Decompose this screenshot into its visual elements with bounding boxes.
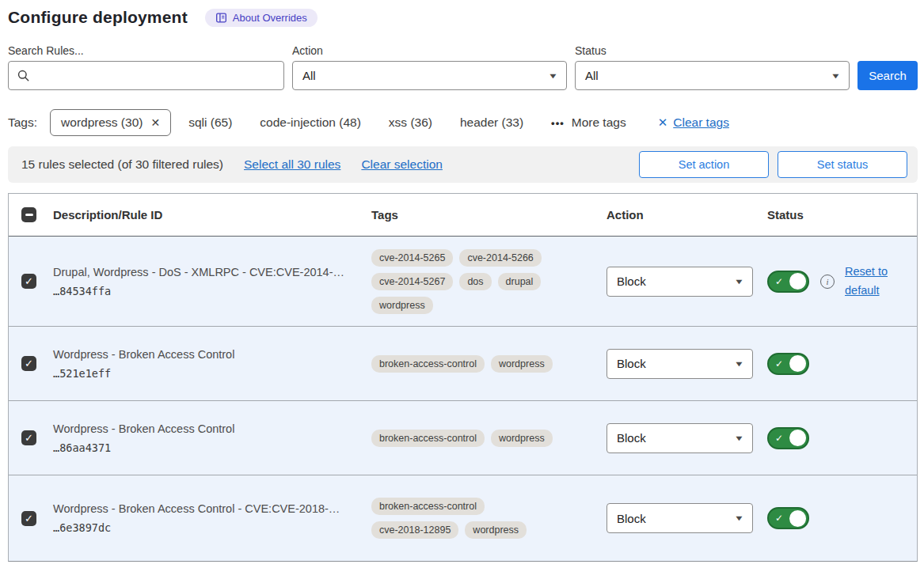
rule-tag: broken-access-control [371, 430, 485, 447]
table-row: ✓ Wordpress - Broken Access Control …86a… [9, 400, 917, 475]
filter-bar: Search Rules... Action All ▼ Status All … [8, 44, 918, 90]
tag-option-xss[interactable]: xss (36) [389, 115, 432, 130]
status-filter-label: Status [575, 44, 850, 57]
tag-option-sqli[interactable]: sqli (65) [188, 115, 232, 130]
row-checkbox[interactable]: ✓ [21, 430, 36, 445]
reset-to-default-link[interactable]: Reset to default [845, 263, 895, 301]
rule-tag: wordpress [465, 521, 527, 539]
ellipsis-icon: ••• [551, 117, 565, 129]
selection-bar: 15 rules selected (of 30 filtered rules)… [8, 146, 918, 183]
clear-selection-link[interactable]: Clear selection [361, 157, 443, 172]
column-header-description: Description/Rule ID [53, 208, 371, 222]
rule-tag: broken-access-control [371, 355, 485, 373]
rule-tag: cve-2014-5266 [459, 249, 541, 267]
search-field: Search Rules... [8, 44, 284, 90]
set-action-button[interactable]: Set action [639, 151, 769, 178]
minus-icon [25, 214, 33, 216]
status-toggle[interactable]: ✓ [767, 427, 809, 449]
rule-description: Wordpress - Broken Access Control - CVE:… [53, 502, 359, 515]
caret-down-icon: ▼ [831, 72, 841, 80]
row-checkbox[interactable]: ✓ [21, 511, 36, 526]
search-input[interactable] [36, 64, 276, 88]
check-icon: ✓ [775, 434, 783, 443]
tag-option-header[interactable]: header (33) [460, 115, 523, 130]
search-rules-label: Search Rules... [8, 44, 284, 57]
status-filter-select[interactable]: All ▼ [575, 61, 850, 90]
rule-action-select[interactable]: Block ▼ [606, 503, 753, 533]
clear-tags-button[interactable]: ✕ Clear tags [658, 115, 729, 130]
caret-down-icon: ▼ [734, 434, 744, 442]
close-icon: ✕ [658, 115, 668, 130]
action-filter-value: All [302, 69, 316, 82]
search-input-box[interactable] [8, 61, 284, 90]
page-header: Configure deployment About Overrides [8, 8, 918, 27]
check-icon: ✓ [25, 358, 33, 369]
rule-action-select[interactable]: Block ▼ [606, 423, 753, 453]
select-all-link[interactable]: Select all 30 rules [244, 157, 340, 172]
info-icon[interactable]: i [820, 275, 835, 289]
configure-deployment-page: Configure deployment About Overrides Sea… [0, 0, 924, 562]
rule-id: …521e1eff [53, 367, 359, 380]
rule-tag: drupal [498, 273, 542, 290]
rule-action-value: Block [617, 275, 646, 288]
rule-tag: cve-2014-5267 [371, 273, 453, 290]
more-tags-button[interactable]: ••• More tags [551, 115, 626, 130]
selected-tag-wordpress[interactable]: wordpress (30) ✕ [50, 109, 171, 136]
rule-action-value: Block [617, 512, 646, 525]
rule-tag: wordpress [371, 297, 433, 314]
status-filter-field: Status All ▼ [575, 44, 850, 90]
column-header-action: Action [606, 208, 767, 222]
tag-option-code-injection[interactable]: code-injection (48) [260, 115, 361, 130]
status-toggle[interactable]: ✓ [767, 507, 809, 529]
rule-tags: broken-access-control wordpress [371, 355, 571, 373]
caret-down-icon: ▼ [734, 514, 744, 522]
action-filter-field: Action All ▼ [292, 44, 567, 90]
rule-tag: dos [459, 273, 491, 290]
toggle-knob [789, 510, 806, 527]
check-icon: ✓ [25, 513, 33, 524]
caret-down-icon: ▼ [734, 278, 744, 286]
rule-action-select[interactable]: Block ▼ [606, 267, 753, 297]
check-icon: ✓ [25, 276, 33, 286]
tags-bar: Tags: wordpress (30) ✕ sqli (65) code-in… [8, 109, 918, 136]
about-overrides-label: About Overrides [233, 12, 307, 24]
set-status-button[interactable]: Set status [778, 151, 907, 178]
selection-summary: 15 rules selected (of 30 filtered rules) [21, 157, 223, 172]
search-icon [17, 69, 30, 82]
status-toggle[interactable]: ✓ [767, 271, 809, 293]
rule-id: …84534ffa [53, 285, 359, 297]
about-overrides-badge[interactable]: About Overrides [205, 9, 318, 27]
toggle-knob [789, 273, 806, 290]
rule-description: Wordpress - Broken Access Control [53, 348, 359, 361]
table-row: ✓ Wordpress - Broken Access Control - CV… [9, 475, 917, 561]
row-checkbox[interactable]: ✓ [21, 274, 36, 289]
check-icon: ✓ [25, 433, 33, 443]
check-icon: ✓ [775, 277, 783, 286]
check-icon: ✓ [775, 513, 783, 523]
more-tags-label: More tags [572, 115, 626, 130]
action-filter-label: Action [292, 44, 567, 57]
tags-label: Tags: [8, 115, 37, 130]
status-filter-value: All [585, 69, 599, 82]
rule-action-select[interactable]: Block ▼ [606, 349, 753, 379]
caret-down-icon: ▼ [548, 72, 558, 80]
column-header-tags: Tags [371, 208, 606, 222]
rule-description: Wordpress - Broken Access Control [53, 422, 359, 435]
table-header-row: Description/Rule ID Tags Action Status [9, 194, 917, 237]
table-row: ✓ Wordpress - Broken Access Control …521… [9, 326, 917, 400]
search-button[interactable]: Search [857, 61, 918, 90]
table-row: ✓ Drupal, Wordpress - DoS - XMLRPC - CVE… [9, 237, 917, 326]
status-toggle[interactable]: ✓ [767, 353, 809, 375]
row-checkbox[interactable]: ✓ [21, 356, 36, 371]
select-all-checkbox[interactable] [21, 207, 36, 222]
rule-action-value: Block [617, 431, 646, 445]
page-title: Configure deployment [8, 8, 188, 27]
close-icon[interactable]: ✕ [150, 116, 160, 129]
caret-down-icon: ▼ [734, 360, 744, 368]
column-header-status: Status [767, 208, 917, 222]
action-filter-select[interactable]: All ▼ [292, 61, 567, 90]
rule-tag: broken-access-control [371, 498, 485, 515]
rule-description: Drupal, Wordpress - DoS - XMLRPC - CVE:C… [53, 266, 359, 278]
rule-tag: cve-2018-12895 [371, 521, 458, 539]
rule-id: …86aa4371 [53, 441, 359, 454]
